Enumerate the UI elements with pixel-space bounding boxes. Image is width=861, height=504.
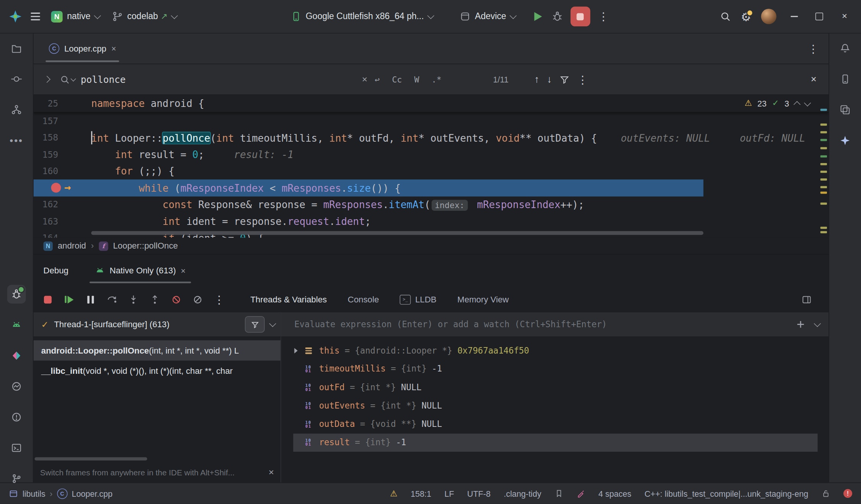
file-encoding[interactable]: UTF-8 (467, 489, 490, 498)
structure-tool-button[interactable] (7, 100, 26, 119)
code-text[interactable]: int Looper::pollOnce(int timeoutMillis, … (91, 131, 806, 144)
debug-tool-button[interactable] (7, 285, 26, 304)
settings-button[interactable]: ⚙ (736, 5, 756, 27)
variable-row[interactable]: 1001timeoutMillis = {int} -1 (281, 360, 829, 378)
running-devices-tool-button[interactable] (836, 100, 855, 119)
stop-process-button[interactable] (41, 293, 55, 306)
next-match-button[interactable]: ↓ (547, 74, 552, 85)
close-window-button[interactable]: × (832, 5, 856, 27)
status-module[interactable]: libutils (23, 489, 45, 498)
user-avatar[interactable] (761, 9, 776, 24)
words-toggle[interactable]: W (407, 71, 427, 88)
search-field[interactable]: pollonce × (60, 74, 367, 85)
line-number-gutter[interactable]: 158 (34, 129, 78, 146)
chevron-down-icon[interactable] (814, 320, 821, 327)
code-text[interactable]: int ident = response.request.ident; (91, 216, 371, 227)
mute-breakpoints-button[interactable] (170, 293, 183, 306)
step-into-button[interactable] (127, 293, 140, 306)
frames-horizontal-scrollbar[interactable] (35, 457, 147, 460)
inspections-widget[interactable]: ⚠ 23 ✓ 3 (744, 98, 810, 108)
variable-row[interactable]: 1001outData = {void **} NULL (281, 415, 829, 433)
next-highlight-icon[interactable] (804, 99, 811, 106)
line-number-gutter[interactable]: → (34, 179, 78, 196)
status-warning-icon[interactable]: ⚠ (390, 488, 397, 498)
line-number-gutter[interactable]: 160 (34, 163, 78, 179)
evaluate-expression-bar[interactable]: Evaluate expression (Enter) or add a wat… (281, 312, 829, 337)
match-case-toggle[interactable]: Cc (387, 71, 407, 88)
filter-frames-button[interactable] (245, 316, 265, 333)
code-text[interactable]: const Response& response = mResponses.it… (91, 199, 584, 210)
stack-frame[interactable]: android::Looper::pollOnce(int, int *, in… (34, 340, 281, 360)
unlock-icon[interactable] (822, 489, 830, 498)
project-selector[interactable]: N native (45, 5, 105, 27)
variable-row[interactable]: 1001outEvents = {int *} NULL (281, 397, 829, 415)
debug-tab-lldb[interactable]: >_LLDB (400, 294, 437, 304)
code-text[interactable]: int result = 0; result: -1 (91, 149, 294, 160)
pause-button[interactable] (84, 293, 97, 306)
line-number-gutter[interactable]: 162 (34, 196, 78, 213)
minimize-button[interactable] (782, 5, 806, 27)
breakpoint-icon[interactable] (51, 183, 61, 193)
logcat-tool-button[interactable] (7, 316, 26, 334)
horizontal-scrollbar[interactable] (91, 231, 704, 235)
notifications-tool-button[interactable] (836, 39, 855, 58)
previous-match-button[interactable]: ↑ (534, 74, 539, 85)
clear-search-icon[interactable]: × (362, 74, 367, 85)
chevron-down-icon[interactable] (269, 320, 276, 327)
run-config-selector[interactable]: Adevice (454, 5, 521, 27)
device-selector[interactable]: Google Cuttlefish x86_64 ph... (285, 5, 439, 27)
add-watch-icon[interactable] (796, 320, 805, 329)
line-ending[interactable]: LF (444, 489, 454, 498)
dismiss-hint-icon[interactable]: × (269, 467, 274, 478)
close-search-icon[interactable]: × (811, 74, 816, 85)
commit-tool-button[interactable] (7, 70, 26, 89)
tab-looper-cpp[interactable]: C Looper.cpp × (41, 34, 124, 64)
line-number-gutter[interactable]: 157 (34, 113, 78, 129)
expand-chevron-icon[interactable] (295, 348, 306, 353)
thread-selector[interactable]: ✓ Thread-1-[surfaceflinger] (613) (34, 312, 281, 337)
run-button[interactable] (530, 5, 546, 27)
code-text[interactable]: while (mResponseIndex < mResponses.size(… (91, 182, 401, 194)
step-over-button[interactable] (105, 293, 119, 306)
regex-toggle[interactable]: .* (427, 71, 447, 88)
stop-button[interactable] (570, 6, 590, 26)
stack-frame[interactable]: __libc_init(void *, void (*)(), int (*)(… (34, 360, 281, 381)
app-inspection-tool-button[interactable] (7, 346, 26, 365)
tab-options-kebab-icon[interactable]: ⋮ (808, 43, 819, 54)
line-number-gutter[interactable]: 159 (34, 146, 78, 163)
layout-settings-button[interactable] (800, 293, 813, 306)
app-quality-insights-tool-button[interactable] (7, 377, 26, 396)
debug-tab-console[interactable]: Console (348, 294, 379, 304)
debug-session-tab[interactable]: Native Only (613) × (87, 255, 193, 286)
variable-row[interactable]: this = {android::Looper *} 0x7967aa146f5… (281, 341, 829, 360)
device-manager-tool-button[interactable] (836, 70, 855, 89)
line-number-gutter[interactable]: 164 (34, 230, 78, 238)
maximize-button[interactable] (807, 5, 831, 27)
search-options-kebab-icon[interactable]: ⋮ (577, 74, 588, 85)
breadcrumb-namespace[interactable]: android (58, 241, 86, 251)
project-tool-button[interactable] (7, 39, 26, 58)
build-config[interactable]: C++: libutils_test_compile|...unk_stagin… (644, 489, 808, 498)
status-file[interactable]: Looper.cpp (72, 489, 113, 498)
line-number-gutter[interactable]: 163 (34, 213, 78, 230)
more-actions-button[interactable]: ⋮ (594, 5, 613, 27)
lint-config[interactable]: .clang-tidy (504, 489, 541, 498)
problems-tool-button[interactable] (7, 408, 26, 426)
filter-search-button[interactable] (560, 74, 570, 84)
step-out-button[interactable] (148, 293, 162, 306)
more-tools-button[interactable]: ••• (7, 131, 26, 150)
resume-button[interactable] (63, 293, 76, 306)
previous-highlight-icon[interactable] (793, 101, 800, 108)
inspection-highlight-icon[interactable] (576, 489, 585, 498)
sticky-context-line[interactable]: 25 namespace android { (34, 95, 829, 113)
version-control-tool-button[interactable] (7, 469, 26, 488)
tab-close-icon[interactable]: × (111, 44, 116, 53)
code-text[interactable]: for (;;) { (91, 165, 175, 177)
main-menu-button[interactable] (26, 5, 44, 27)
debug-tab-memory-view[interactable]: Memory View (457, 294, 509, 304)
debug-button[interactable] (547, 5, 567, 27)
code-editor[interactable]: 25 namespace android { 157158int Looper:… (34, 95, 829, 238)
search-history-button[interactable] (60, 74, 75, 84)
newline-toggle[interactable]: ↩ (367, 71, 387, 88)
bookmark-icon[interactable] (554, 489, 563, 498)
